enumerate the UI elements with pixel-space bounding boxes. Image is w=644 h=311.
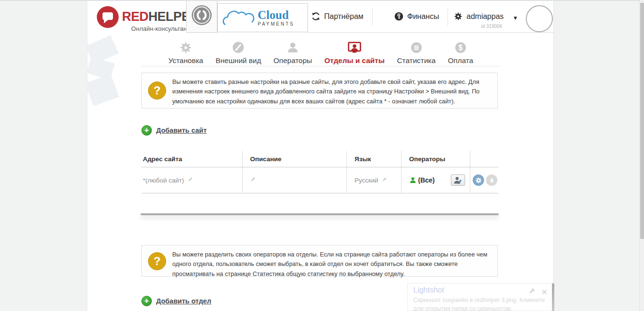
brand-red: RED [122,9,149,24]
tab-departments-sites[interactable]: Отделы и сайты [324,39,384,65]
headset-tab[interactable] [186,0,217,33]
dollar-circle-icon: $ [454,39,467,54]
sync-icon [311,12,320,21]
header-separator [448,8,448,26]
tab-statistics[interactable]: Статистика [397,39,435,65]
headset-icon [191,5,212,27]
sites-help-box: ? Вы можете ставить разные настройки на … [141,73,498,109]
person-monitor-icon [347,39,362,54]
redhelper-logo[interactable]: REDHELPER Онлайн-консультант [97,6,199,32]
add-site-button[interactable]: + Добавить сайт [141,125,207,136]
col-header-language: Язык [347,151,401,167]
add-site-label: Добавить сайт [156,127,207,134]
tab-appearance[interactable]: Внешний вид [215,39,261,65]
edit-operators-button[interactable] [451,174,465,186]
cloudpayments-logo[interactable]: Cloud PAYMENTS [217,3,308,32]
lightshot-message: Скриншот сохранён в redhelper 3.png. Кли… [413,296,545,311]
sites-help-text: Вы можете ставить разные настройки на ра… [166,73,497,108]
add-department-button[interactable]: + Добавить отдел [141,296,211,306]
wrench-icon[interactable] [529,288,535,296]
payments-word: PAYMENTS [258,21,295,27]
site-actions-cell [470,167,499,193]
lightshot-title: Lightshot [413,286,444,294]
departments-help-text: Вы можете разделить своих операторов на … [166,246,497,276]
user-name: admiappas [467,12,504,21]
col-header-description: Описание [243,151,347,167]
avatar[interactable] [526,5,553,32]
menu-item-partners[interactable]: Партнёрам [311,0,364,33]
user-id: id 319006 [454,24,502,29]
scrollbar-thumb[interactable] [640,3,644,239]
operator-person-icon [409,176,417,184]
add-department-label: Добавить отдел [156,297,211,305]
plus-icon: + [141,125,152,136]
col-header-operators: Операторы [401,151,470,167]
edit-pencil-icon[interactable] [187,177,193,184]
person-icon [286,39,299,54]
wrench-circle-icon [232,39,245,54]
site-description-cell [243,167,347,193]
menu-partners-label: Партнёрам [324,12,364,21]
close-icon[interactable] [542,288,547,296]
section-divider [140,213,499,215]
edit-pencil-icon[interactable] [250,177,255,184]
menu-finance-label: Финансы [407,12,439,21]
question-icon: ? [148,252,166,270]
site-language: Русский [355,177,378,184]
redhelper-logo-icon [97,6,119,32]
site-delete-button[interactable] [486,174,497,186]
gear-icon [454,12,463,21]
key-icon [394,12,403,21]
col-header-actions [470,151,499,167]
tab-payment[interactable]: $ Оплата [448,39,473,65]
site-operators-cell: (Все) [401,167,470,193]
question-icon: ? [148,82,166,100]
tab-label: Статистика [397,56,435,65]
watermark-box-shape [85,74,119,107]
tab-label: Внешний вид [215,56,261,65]
gear-icon [179,39,192,54]
menu-item-finance[interactable]: Финансы [394,0,439,33]
site-address-cell: *(любой сайт) [141,167,243,193]
report-circle-icon [410,39,423,54]
svg-text:$: $ [458,44,463,52]
tab-operators[interactable]: Операторы [273,39,312,65]
cloud-word: Cloud [258,9,295,21]
sites-table: Адрес сайта Описание Язык Операторы *(лю… [141,151,499,193]
main-content: REDHELPER Онлайн-консультант Cloud PAYME… [87,0,554,311]
tab-label: Оплата [448,56,473,65]
cloud-icon [223,7,255,29]
site-address: *(любой сайт) [143,177,184,184]
edit-pencil-icon[interactable] [382,177,387,184]
tab-label: Отделы и сайты [324,56,384,65]
scrollbar[interactable] [639,0,644,311]
tab-installation[interactable]: Установка [168,39,203,65]
lightshot-notification[interactable]: Lightshot Скриншот сохранён в redhelper … [407,283,553,311]
table-row: *(любой сайт) Русский [141,167,499,193]
settings-tabs: Установка Внешний вид [87,39,554,65]
site-settings-button[interactable] [473,174,484,186]
cloudpayments-wordmark: Cloud PAYMENTS [258,9,295,27]
tabs-underline [141,66,499,66]
table-header-row: Адрес сайта Описание Язык Операторы [141,151,499,167]
operators-value: (Все) [418,176,435,184]
departments-help-box: ? Вы можете разделить своих операторов н… [141,245,498,277]
tab-label: Операторы [273,56,312,65]
chevron-down-icon[interactable]: ▼ [513,15,518,21]
browser-top-edge [0,0,644,1]
plus-icon: + [141,296,152,306]
header-separator [372,8,373,26]
tab-label: Установка [168,56,203,65]
site-language-cell: Русский [347,167,401,193]
col-header-address: Адрес сайта [141,151,243,167]
